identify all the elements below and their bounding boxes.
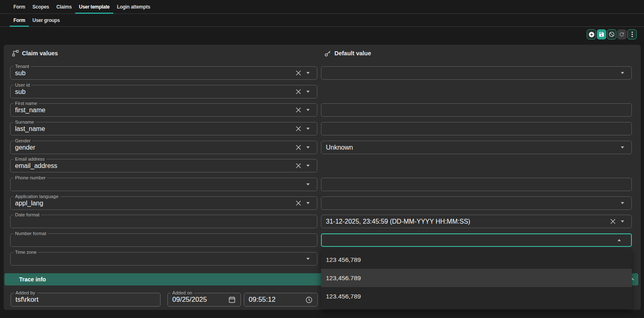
added-on-field[interactable]: Added on 09/25/2025 <box>167 293 241 307</box>
clear-icon[interactable] <box>296 70 301 76</box>
dropdown-arrow-icon[interactable] <box>306 91 310 93</box>
tab-scopes[interactable]: Scopes <box>29 0 53 13</box>
default-value-header: Default value <box>324 50 371 57</box>
dropdown-arrow-icon[interactable] <box>306 146 310 148</box>
claim-first-name-input[interactable]: First namefirst_name <box>10 103 317 117</box>
default-tenant-input[interactable] <box>321 66 632 80</box>
refresh-icon <box>619 31 625 37</box>
added-by-field[interactable]: Added by tsf\rkort <box>11 293 160 307</box>
default-date-format-input[interactable]: 31-12-2025, 23:45:59 (DD-MM-YYYY HH:MM:S… <box>321 215 632 228</box>
claim-email-address-input[interactable]: Email addressemail_address <box>10 159 317 172</box>
default-first-name-input[interactable] <box>321 103 632 117</box>
subtab-form[interactable]: Form <box>10 14 29 26</box>
default-surname-input[interactable] <box>321 122 632 135</box>
clear-icon[interactable] <box>296 163 301 168</box>
key-icon <box>324 50 331 57</box>
tab-user-template[interactable]: User template <box>75 0 113 13</box>
tab-claims[interactable]: Claims <box>53 0 76 13</box>
dropdown-arrow-up-icon[interactable] <box>618 239 621 241</box>
default-number-format-input[interactable] <box>321 233 632 247</box>
tab-form[interactable]: Form <box>10 0 29 13</box>
dropdown-arrow-icon[interactable] <box>621 146 624 148</box>
claim-date-format-input[interactable]: Date format <box>10 215 317 228</box>
dropdown-arrow-icon[interactable] <box>621 202 624 204</box>
default-gender-input[interactable]: Unknown <box>321 141 632 154</box>
clear-icon[interactable] <box>296 107 301 113</box>
claim-phone-number-input[interactable]: Phone number <box>10 178 317 191</box>
dropdown-arrow-icon[interactable] <box>306 258 310 260</box>
save-icon <box>598 31 605 37</box>
claim-values-title: Claim values <box>22 50 58 57</box>
toolbar <box>587 29 637 39</box>
number-format-dropdown-panel: 123 456,789123,456.789123.456,789 <box>321 248 632 309</box>
default-application-language-input[interactable] <box>321 196 632 210</box>
claim-gender-input[interactable]: Gendergender <box>10 141 317 154</box>
refresh-button[interactable] <box>617 29 627 39</box>
cancel-button[interactable] <box>607 29 616 39</box>
dropdown-arrow-icon[interactable] <box>306 109 310 111</box>
clear-icon[interactable] <box>296 200 301 206</box>
claim-values-header: Claim values <box>12 50 58 57</box>
calendar-icon[interactable] <box>228 296 236 303</box>
hierarchy-icon <box>12 50 19 57</box>
dropdown-arrow-icon[interactable] <box>306 202 310 204</box>
number-format-option[interactable]: 123.456,789 <box>321 287 632 305</box>
tab-login-attempts[interactable]: Login attempts <box>113 0 154 13</box>
clear-icon[interactable] <box>610 219 616 224</box>
clock-icon[interactable] <box>306 296 312 303</box>
dropdown-arrow-icon[interactable] <box>306 72 310 74</box>
dropdown-arrow-icon[interactable] <box>306 183 310 185</box>
claim-surname-input[interactable]: Surnamelast_name <box>10 122 317 135</box>
number-format-option[interactable]: 123,456.789 <box>321 269 632 287</box>
default-phone-number-input[interactable] <box>321 178 632 191</box>
claim-time-zone-input[interactable]: Time zone <box>10 252 317 266</box>
added-time-field[interactable]: 09:55:12 <box>244 293 318 307</box>
save-button[interactable] <box>597 29 606 39</box>
add-circle-icon <box>588 31 595 38</box>
secondary-tabs: FormUser groups <box>0 14 644 27</box>
claim-application-language-input[interactable]: Application languageappl_lang <box>10 196 317 210</box>
dropdown-arrow-icon[interactable] <box>306 165 310 167</box>
clear-icon[interactable] <box>296 89 301 94</box>
clear-icon[interactable] <box>296 126 301 131</box>
number-format-option[interactable]: 123 456,789 <box>321 250 632 269</box>
claim-number-format-input[interactable]: Number format <box>10 233 317 247</box>
more-button[interactable] <box>627 29 637 39</box>
dropdown-arrow-icon[interactable] <box>306 128 310 130</box>
dropdown-arrow-icon[interactable] <box>621 220 624 222</box>
trace-info-title: Trace info <box>19 276 46 283</box>
block-icon <box>609 31 615 37</box>
claim-tenant-input[interactable]: Tenantsub <box>10 66 317 80</box>
add-button[interactable] <box>587 29 596 39</box>
subtab-user-groups[interactable]: User groups <box>29 14 63 26</box>
content-panel: Claim values Default value TenantsubUser… <box>4 45 641 310</box>
primary-tabs: FormScopesClaimsUser templateLogin attem… <box>0 0 644 14</box>
dropdown-arrow-icon[interactable] <box>621 72 624 74</box>
clear-icon[interactable] <box>296 145 301 150</box>
more-vert-icon <box>631 31 633 37</box>
default-value-title: Default value <box>334 50 371 57</box>
claim-user-id-input[interactable]: User idsub <box>10 85 317 98</box>
